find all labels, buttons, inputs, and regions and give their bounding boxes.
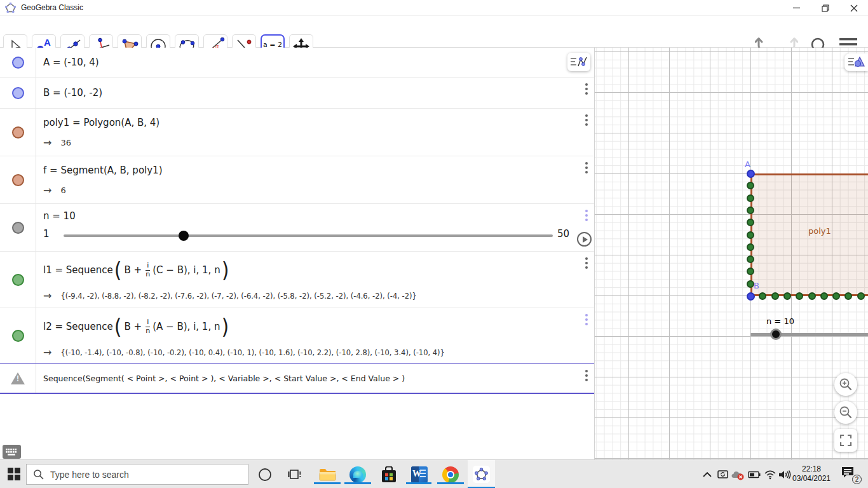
algebra-row-B[interactable]: B = (-10, -2): [0, 78, 594, 109]
sequence-point-l2[interactable]: [747, 255, 754, 263]
sequence-point-l1[interactable]: [808, 292, 816, 300]
algebra-row-l1[interactable]: l1 = Sequence( B + in (C − B), i, 1, n) …: [0, 252, 594, 308]
display-sync-icon: [717, 470, 729, 480]
algebra-row-A[interactable]: A = (-10, 4): [0, 48, 594, 78]
input-expression[interactable]: Sequence(Segment( < Point >, < Point > )…: [43, 374, 405, 383]
title-bar: GeoGebra Classic: [0, 0, 868, 16]
visibility-toggle[interactable]: [12, 57, 24, 69]
warning-icon: [11, 372, 25, 384]
fullscreen-button[interactable]: [834, 429, 857, 452]
minimize-icon: [793, 4, 800, 11]
graphics-style-bar-button[interactable]: [844, 53, 868, 71]
sequence-point-l1[interactable]: [759, 292, 766, 300]
animate-slider-button[interactable]: [577, 232, 592, 247]
algebra-input-row[interactable]: Sequence(Segment( < Point >, < Point > )…: [0, 364, 594, 394]
visibility-toggle[interactable]: [12, 126, 24, 139]
result-l1: {(-9.4, -2), (-8.8, -2), (-8.2, -2), (-7…: [60, 292, 416, 301]
windows-taskbar: Type here to search: [0, 459, 868, 488]
zoom-out-button[interactable]: [834, 401, 857, 424]
n-slider-thumb[interactable]: [179, 231, 189, 241]
sequence-point-l2[interactable]: [747, 231, 754, 239]
zoom-in-icon: [839, 377, 853, 391]
row-menu-button[interactable]: [585, 83, 588, 95]
result-f: 6: [60, 186, 65, 195]
algebra-style-icon: [571, 56, 587, 69]
clock-date: 03/04/2021: [790, 474, 832, 484]
row-menu-button[interactable]: [585, 370, 588, 381]
algebra-view: A = (-10, 4) B = (-10, -2) poly1: [0, 48, 595, 459]
row-menu-button[interactable]: [585, 210, 588, 221]
visibility-toggle[interactable]: [12, 274, 24, 286]
close-button[interactable]: [839, 0, 868, 16]
play-icon: [583, 236, 588, 243]
taskbar-geogebra-active[interactable]: [468, 460, 495, 488]
formula-l1: l1 = Sequence( B + in (C − B), i, 1, n): [43, 255, 594, 285]
chrome-icon: [442, 466, 459, 483]
graphics-slider-thumb[interactable]: [770, 329, 782, 340]
zoom-out-icon: [839, 405, 853, 419]
formula-A: A = (-10, 4): [43, 57, 99, 68]
output-arrow: →: [43, 290, 51, 302]
sequence-point-l1[interactable]: [820, 292, 828, 300]
task-view-button[interactable]: [285, 465, 304, 484]
taskbar-edge[interactable]: [348, 465, 367, 484]
taskbar-microsoft-store[interactable]: [379, 465, 398, 484]
search-icon: [33, 469, 44, 480]
close-icon: [850, 4, 858, 12]
result-poly1: 36: [60, 138, 71, 147]
notification-center-button[interactable]: 2: [841, 466, 858, 482]
taskbar-search-input[interactable]: Type here to search: [26, 464, 248, 485]
sequence-point-l1[interactable]: [844, 292, 852, 300]
point-A-label: A: [745, 159, 750, 169]
running-indicator: [437, 482, 464, 484]
algebra-row-poly1[interactable]: poly1 = Polygon(A, B, 4) → 36: [0, 109, 594, 156]
visibility-toggle[interactable]: [12, 87, 24, 99]
graphics-view[interactable]: poly1 A B n = 10: [595, 48, 868, 459]
file-explorer-icon: [319, 468, 336, 482]
speaker-icon: [778, 470, 791, 480]
wifi-icon: [764, 470, 776, 480]
row-menu-button[interactable]: [585, 257, 588, 269]
screen: GeoGebra Classic A: [0, 0, 868, 488]
graphics-slider-track[interactable]: [750, 333, 868, 336]
algebra-row-n[interactable]: n = 10 1 50: [0, 204, 594, 252]
row-menu-button[interactable]: [585, 314, 588, 325]
microsoft-store-icon: [381, 466, 397, 483]
sequence-point-l1[interactable]: [796, 292, 803, 300]
algebra-row-f[interactable]: f = Segment(A, B, poly1) → 6: [0, 156, 594, 204]
sequence-point-l2[interactable]: [747, 243, 754, 251]
running-indicator: [344, 482, 371, 484]
point-A[interactable]: [747, 170, 755, 178]
sequence-point-l1[interactable]: [771, 292, 779, 300]
sequence-point-l2[interactable]: [747, 194, 754, 202]
point-B[interactable]: [747, 292, 755, 301]
n-slider-track[interactable]: [64, 234, 553, 237]
sequence-point-l1[interactable]: [857, 292, 865, 300]
algebra-style-bar-button[interactable]: [567, 53, 590, 71]
notification-badge: 2: [852, 475, 862, 484]
taskbar-chrome[interactable]: [441, 465, 460, 484]
row-menu-button[interactable]: [585, 162, 588, 173]
taskbar-clock[interactable]: 22:18 03/04/2021: [790, 464, 832, 484]
algebra-row-l2[interactable]: l2 = Sequence( B + in (A − B), i, 1, n) …: [0, 308, 594, 364]
sequence-point-l2[interactable]: [747, 280, 754, 288]
taskbar-word[interactable]: W: [410, 465, 429, 484]
virtual-keyboard-button[interactable]: [3, 445, 21, 459]
running-indicator: [314, 482, 341, 484]
cortana-icon: [258, 468, 272, 482]
visibility-toggle[interactable]: [12, 330, 24, 342]
visibility-toggle[interactable]: [12, 174, 24, 186]
graphics-slider-label: n = 10: [766, 316, 794, 326]
restore-button[interactable]: [811, 0, 839, 16]
start-button[interactable]: [6, 467, 22, 481]
zoom-in-button[interactable]: [834, 373, 857, 396]
sequence-point-l1[interactable]: [832, 292, 840, 300]
sequence-point-l2[interactable]: [747, 207, 754, 214]
cortana-button[interactable]: [255, 465, 275, 484]
sequence-point-l1[interactable]: [783, 292, 791, 300]
taskbar-file-explorer[interactable]: [318, 465, 337, 484]
polygon-label: poly1: [808, 226, 831, 236]
row-menu-button[interactable]: [585, 114, 588, 126]
visibility-toggle[interactable]: [12, 222, 24, 234]
minimize-button[interactable]: [782, 0, 811, 16]
